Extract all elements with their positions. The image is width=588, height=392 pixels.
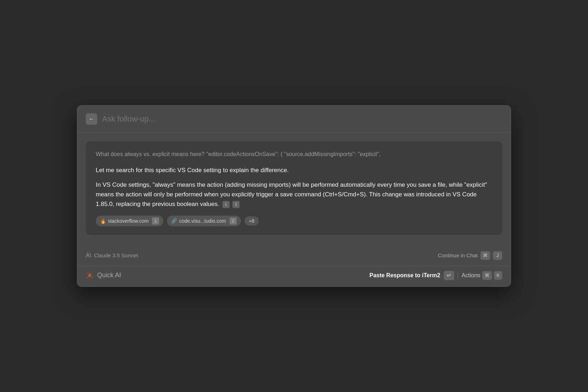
actions-button[interactable]: Actions ⌘ K	[462, 271, 502, 280]
response-search-note: Let me search for this specific VS Code …	[96, 166, 492, 175]
modal-header: ←	[77, 105, 511, 133]
actions-kbd-k: K	[494, 271, 502, 280]
bell-icon: 🔕	[86, 272, 94, 279]
quick-ai-label: Quick AI	[97, 272, 121, 279]
source-badge-2: 2	[230, 217, 237, 225]
continue-chat-area[interactable]: Continue in Chat ⌘ J	[438, 251, 502, 260]
source-chip-more[interactable]: +8	[245, 216, 259, 226]
stackoverflow-icon: 🔥	[100, 218, 106, 224]
sources-row: 🔥 stackoverflow.com 1 🔗 code.visu...tudi…	[96, 216, 492, 226]
anthropic-icon: A\	[86, 252, 91, 259]
citation-2: 2	[232, 201, 240, 208]
kbd-cmd: ⌘	[481, 251, 490, 260]
model-label: A\ Claude 3.5 Sonnet	[86, 252, 138, 259]
source-chip-vscode[interactable]: 🔗 code.visu...tudio.com 2	[167, 216, 241, 226]
quick-ai-area: 🔕 Quick AI	[86, 272, 121, 279]
back-button[interactable]: ←	[86, 113, 97, 125]
modal-content: What does always vs. explicit means here…	[77, 133, 511, 246]
source-label-so: stackoverflow.com	[108, 218, 148, 224]
actions-kbd-cmd: ⌘	[482, 271, 492, 280]
model-name: Claude 3.5 Sonnet	[94, 252, 138, 258]
back-icon: ←	[89, 116, 94, 122]
response-body: In VS Code settings, "always" means the …	[96, 180, 492, 209]
link-icon: 🔗	[171, 218, 177, 224]
more-sources-label: +8	[249, 218, 254, 224]
kbd-j: J	[493, 251, 502, 260]
source-badge-1: 1	[152, 217, 159, 225]
citation-1: 1	[222, 201, 230, 208]
follow-up-input[interactable]	[102, 114, 502, 124]
toolbar-right: Paste Response to iTerm2 ↵ Actions ⌘ K	[369, 271, 502, 280]
enter-kbd: ↵	[444, 271, 454, 280]
question-text: What does always vs. explicit means here…	[96, 150, 492, 159]
source-label-vscode: code.visu...tudio.com	[179, 218, 226, 224]
response-body-text: In VS Code settings, "always" means the …	[96, 181, 487, 207]
modal-toolbar: 🔕 Quick AI Paste Response to iTerm2 ↵ Ac…	[77, 265, 511, 287]
model-row: A\ Claude 3.5 Sonnet Continue in Chat ⌘ …	[77, 246, 511, 265]
actions-label: Actions	[462, 272, 480, 279]
quick-ai-modal: ← What does always vs. explicit means he…	[77, 105, 511, 287]
paste-response-label[interactable]: Paste Response to iTerm2	[369, 272, 440, 279]
continue-chat-label: Continue in Chat	[438, 252, 478, 258]
toolbar-divider	[458, 272, 458, 279]
source-chip-stackoverflow[interactable]: 🔥 stackoverflow.com 1	[96, 216, 163, 226]
response-card: What does always vs. explicit means here…	[86, 141, 502, 234]
